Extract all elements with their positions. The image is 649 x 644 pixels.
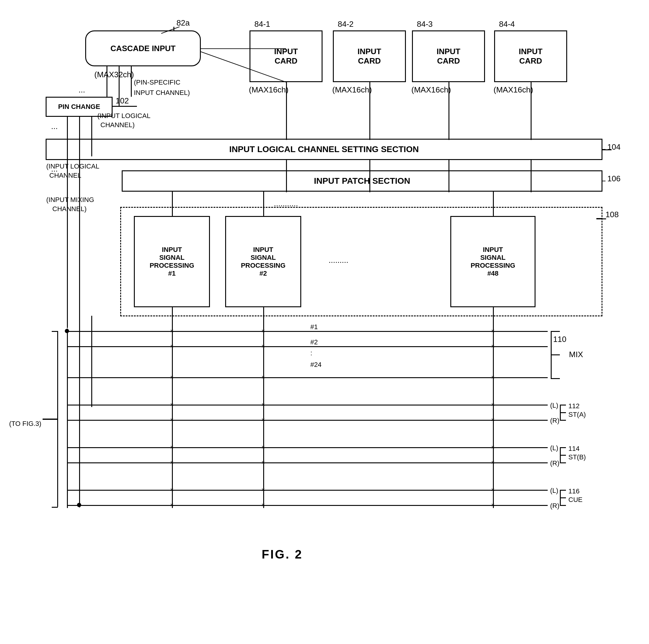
ilc-label: (INPUT LOGICAL (97, 112, 150, 120)
fig-label: FIG. 2 (262, 548, 303, 561)
cross-isp48-mix1: × (490, 328, 495, 334)
R3-label: (R) (550, 502, 560, 510)
cross-isp1-mix2: × (169, 343, 175, 349)
R1-label: (R) (550, 417, 560, 425)
max16ch-1: (MAX16ch) (249, 85, 289, 95)
cross-isp1-cue-R: × (169, 502, 175, 508)
mix-dots: : (310, 349, 312, 357)
ilcss-box: INPUT LOGICAL CHANNEL SETTING SECTION (46, 139, 602, 160)
ref-84-3: 84-3 (417, 19, 433, 29)
cross-isp2-cue-L: × (260, 487, 266, 493)
isp2-box: INPUT SIGNAL PROCESSING #2 (225, 216, 301, 307)
cross-isp2-stA-R: × (260, 417, 266, 422)
ref-102: 102 (116, 96, 129, 105)
cascade-input-box: CASCADE INPUT (85, 31, 201, 66)
cross-isp48-stB-L: × (490, 445, 495, 450)
input-card-3: INPUT CARD (412, 31, 485, 82)
cue-label: CUE (568, 496, 582, 504)
sta-label: ST(A) (568, 411, 586, 419)
cross-isp1-mix1: × (169, 328, 175, 334)
cross-isp48-mix2: × (490, 343, 495, 349)
ref-106: 106 (607, 174, 620, 183)
isp1-box: INPUT SIGNAL PROCESSING #1 (134, 216, 210, 307)
to-fig3: (TO FIG.3) (9, 420, 41, 428)
cross-isp48-cue-R: × (490, 502, 495, 508)
cross-isp1-mix24: × (169, 374, 175, 380)
cross-isp2-stB-L: × (260, 445, 266, 450)
cross-isp48-mix24: × (490, 374, 495, 380)
cross-isp1-stB-R: × (169, 460, 175, 465)
mix24-label: #24 (310, 361, 321, 369)
max16ch-3: (MAX16ch) (412, 85, 451, 95)
dots5: ......... (329, 256, 348, 265)
cross-isp1-cue-L: × (169, 487, 175, 493)
cross-isp2-mix1: × (260, 328, 266, 334)
cross-isp48-stA-L: × (490, 402, 495, 407)
ref-84-2: 84-2 (338, 19, 354, 29)
channel-label: CHANNEL) (100, 121, 134, 129)
L1-label: (L) (550, 402, 558, 409)
mix2-label: #2 (310, 338, 318, 346)
ips-box: INPUT PATCH SECTION (122, 170, 602, 192)
input-channel-label: INPUT CHANNEL) (134, 89, 190, 97)
cross-isp2-mix24: × (260, 374, 266, 380)
imc-label: (INPUT MIXING (46, 196, 94, 204)
input-card-2: INPUT CARD (333, 31, 406, 82)
cross-isp1-stA-R: × (169, 417, 175, 422)
dots2: ... (51, 122, 58, 131)
cross-isp2-mix2: × (260, 343, 266, 349)
ref-84-4: 84-4 (499, 19, 515, 29)
input-card-1: INPUT CARD (250, 31, 322, 82)
ref-110: 110 (553, 335, 566, 344)
cross-isp2-stB-R: × (260, 460, 266, 465)
cross-isp48-cue-L: × (490, 487, 495, 493)
ref-84-1: 84-1 (254, 19, 270, 29)
ref-104: 104 (607, 142, 620, 152)
R2-label: (R) (550, 459, 560, 467)
pin-specific-label: (PIN-SPECIFIC (134, 79, 180, 86)
channel3-label: CHANNEL) (52, 205, 86, 213)
mix-text: MIX (569, 350, 583, 359)
cross-isp1-stA-L: × (169, 402, 175, 407)
max32ch-label: (MAX32ch) (94, 70, 134, 79)
stb-label: ST(B) (568, 453, 586, 461)
max16ch-4: (MAX16ch) (493, 85, 533, 95)
ref-112: 112 (568, 402, 579, 410)
dots3: ... (51, 164, 58, 174)
max16ch-2: (MAX16ch) (332, 85, 372, 95)
L2-label: (L) (550, 444, 558, 452)
ref-114: 114 (568, 445, 579, 453)
ref-108: 108 (605, 210, 618, 219)
input-card-4: INPUT CARD (494, 31, 567, 82)
cross-isp48-stA-R: × (490, 417, 495, 422)
isp48-box: INPUT SIGNAL PROCESSING #48 (450, 216, 535, 307)
cross-isp1-stB-L: × (169, 445, 175, 450)
mix1-label: #1 (310, 323, 318, 331)
ref-82a: 82a (176, 18, 189, 28)
dots1: ... (79, 85, 85, 95)
L3-label: (L) (550, 487, 558, 495)
ref-116: 116 (568, 487, 579, 495)
cross-isp48-stB-R: × (490, 460, 495, 465)
cross-isp2-cue-R: × (260, 502, 266, 508)
diagram: 82a CASCADE INPUT (MAX32ch) ... (PIN-SPE… (0, 0, 649, 644)
cross-isp2-stA-L: × (260, 402, 266, 407)
